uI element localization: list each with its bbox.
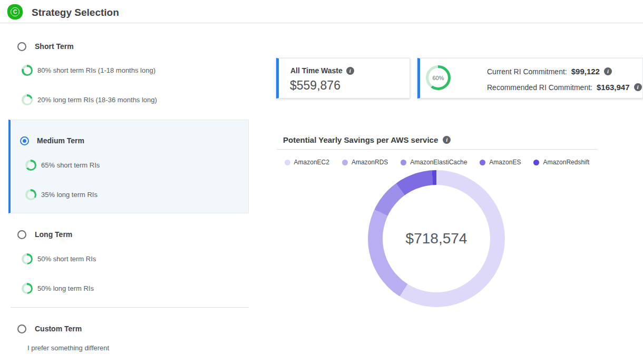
all-time-waste-value: $559,876	[290, 78, 340, 93]
legend-dot-es	[480, 160, 485, 165]
chart-legend: AmazonEC2 AmazonRDS AmazonElastiCache Am…	[277, 159, 597, 166]
current-commitment-value: $99,122	[571, 67, 600, 76]
current-commitment-label: Current RI Commitment:	[487, 67, 567, 76]
legend-item-es[interactable]: AmazonES	[480, 159, 521, 166]
all-time-waste-label: All Time Waste	[290, 66, 343, 75]
custom-term-description: I prefer something different	[27, 342, 109, 353]
legend-item-rds[interactable]: AmazonRDS	[342, 159, 388, 166]
strategy-selection-page: C Strategy Selection Short Term 80% shor…	[0, 0, 643, 364]
long-term-alloc1-label: 50% short term RIs	[37, 253, 96, 264]
legend-dot-redshift	[533, 160, 539, 165]
cloudcheckr-logo-icon: C	[7, 4, 23, 19]
legend-dot-ec2	[285, 160, 290, 165]
short-term-alloc1-label: 80% short term RIs (1-18 months long)	[37, 65, 155, 76]
legend-item-ec2[interactable]: AmazonEC2	[285, 159, 329, 166]
page-title: Strategy Selection	[32, 7, 119, 18]
short-term-alloc2-ring	[22, 94, 33, 105]
savings-chart-info-icon[interactable]: i	[443, 136, 451, 144]
recommended-commitment-info-icon[interactable]: i	[634, 83, 642, 91]
recommended-commitment-label: Recommended RI Commitment:	[487, 83, 592, 92]
left-panel-divider	[11, 307, 249, 308]
logo-c-glyph: C	[11, 7, 20, 16]
savings-chart-title: Potential Yearly Savings per AWS service	[283, 135, 438, 144]
legend-dot-rds	[342, 160, 348, 165]
option-medium-term-selected-box[interactable]: Medium Term 65% short term RIs 35% long …	[8, 120, 249, 213]
short-term-alloc2-label: 20% long term RIs (18-36 months long)	[37, 94, 157, 105]
page-header: C Strategy Selection	[0, 0, 643, 23]
long-term-alloc2-label: 50% long term RIs	[37, 283, 94, 294]
medium-term-alloc1-ring	[25, 160, 36, 171]
all-time-waste-info-icon[interactable]: i	[346, 67, 354, 75]
long-term-label[interactable]: Long Term	[35, 230, 72, 239]
custom-term-radio[interactable]	[17, 324, 26, 333]
short-term-radio[interactable]	[17, 42, 26, 51]
legend-item-redshift[interactable]: AmazonRedshift	[533, 159, 589, 166]
medium-term-radio[interactable]	[20, 136, 29, 145]
donut-center-total: $718,574	[368, 170, 505, 307]
long-term-alloc1-ring	[22, 253, 33, 264]
long-term-alloc2-ring	[22, 283, 33, 294]
medium-term-alloc2-label: 35% long term RIs	[41, 189, 98, 200]
long-term-radio[interactable]	[17, 230, 26, 239]
current-commitment-info-icon[interactable]: i	[604, 67, 612, 75]
short-term-label[interactable]: Short Term	[35, 42, 74, 51]
recommended-commitment-value: $163,947	[597, 83, 630, 92]
ri-commitment-card: 60% Current RI Commitment: $99,122 i Rec…	[417, 58, 643, 99]
savings-chart-header: Potential Yearly Savings per AWS service…	[283, 135, 451, 144]
medium-term-label[interactable]: Medium Term	[37, 136, 84, 145]
custom-term-label[interactable]: Custom Term	[35, 324, 82, 333]
medium-term-alloc1-label: 65% short term RIs	[41, 160, 100, 171]
medium-term-alloc2-ring	[25, 189, 36, 200]
chart-divider	[277, 149, 597, 150]
legend-item-elasticache[interactable]: AmazonElastiCache	[401, 159, 467, 166]
all-time-waste-card: All Time Waste i $559,876	[276, 58, 410, 99]
legend-dot-elasticache	[401, 160, 406, 165]
commitment-gauge-percent: 60%	[426, 65, 451, 90]
short-term-alloc1-ring	[22, 65, 33, 76]
